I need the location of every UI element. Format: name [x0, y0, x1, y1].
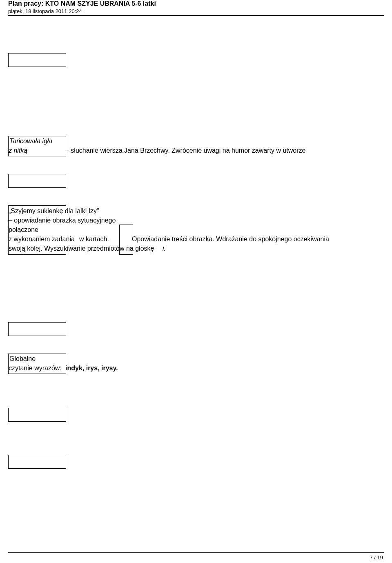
sluchanie-text: – słuchanie wiersza Jana Brzechwy. Zwróc…	[65, 146, 305, 155]
globalne-line2a: czytanie wyrazów:	[9, 364, 62, 373]
footer-rule	[8, 552, 384, 553]
empty-cell-5	[8, 455, 66, 469]
szyjemy-line2: – opowiadanie obrazka sytuacyjnego	[9, 216, 116, 225]
empty-cell-1	[8, 53, 66, 67]
empty-cell-2	[8, 174, 66, 188]
tancowala-line2-italic: z nitką	[9, 147, 27, 154]
header-rule	[8, 15, 384, 16]
globalne-line1: Globalne	[9, 354, 36, 363]
szyjemy-line3: połączone	[9, 225, 38, 234]
szyjemy-line4b: w kartach.	[79, 235, 109, 244]
page-number: 7 / 19	[370, 554, 383, 561]
opowiadanie-text: Opowiadanie treści obrazka. Wdrażanie do…	[132, 235, 329, 244]
page-title: Plan pracy: KTO NAM SZYJE UBRANIA 5-6 la…	[8, 0, 384, 7]
szyjemy-line4a: z wykonaniem zadania	[9, 235, 75, 244]
szyjemy-line1: „Szyjemy sukienkę dla lalki Izy"	[9, 207, 99, 216]
empty-cell-4	[8, 408, 66, 422]
letter-i: i.	[163, 244, 166, 253]
tancowala-line1: Tańcowała igła	[9, 137, 52, 146]
tancowala-line2: z nitką	[9, 146, 27, 155]
empty-cell-3	[8, 322, 66, 336]
swoja-kolej-text: swoją kolej. Wyszukiwanie przedmiotów na…	[9, 244, 154, 253]
page-date: piątek, 18 listopada 2011 20:24	[8, 8, 384, 14]
globalne-line2b: indyk, irys, irysy.	[65, 364, 118, 373]
